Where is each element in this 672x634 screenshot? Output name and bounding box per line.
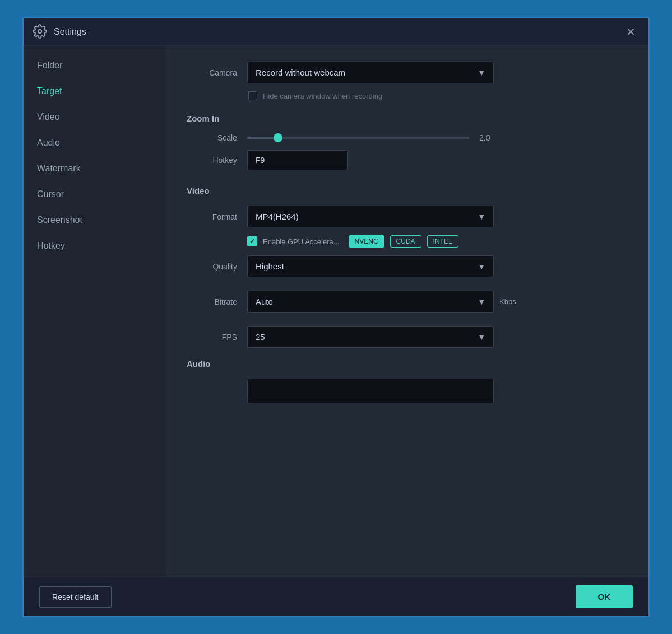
quality-dropdown-arrow: ▼ [478,262,485,271]
format-dropdown[interactable]: MP4(H264) ▼ [247,206,494,227]
camera-dropdown-arrow: ▼ [478,68,485,77]
bitrate-unit: Kbps [499,297,516,306]
audio-section: Audio [187,359,628,403]
sidebar-item-folder[interactable]: Folder [24,53,166,78]
scale-slider-container: 2.0 [247,133,499,142]
quality-row: Quality Highest ▼ [187,255,628,277]
footer: Reset default OK [24,577,648,616]
settings-icon [33,24,48,40]
content-area: Camera Record without webcam ▼ Hide came… [166,46,648,577]
camera-label: Camera [187,68,237,77]
sidebar-item-target[interactable]: Target [24,78,166,104]
camera-row: Camera Record without webcam ▼ [187,62,628,83]
hotkey-input[interactable] [247,150,348,170]
fps-row: FPS 25 ▼ [187,326,628,348]
bitrate-label: Bitrate [187,297,237,306]
scale-label: Scale [187,133,237,142]
fps-dropdown-arrow: ▼ [478,333,485,342]
camera-dropdown[interactable]: Record without webcam ▼ [247,62,494,83]
settings-window: Settings ✕ Folder Target Video Audio Wat… [22,17,650,617]
format-value: MP4(H264) [256,212,299,221]
gpu-row: ✓ Enable GPU Accelera... NVENC CUDA INTE… [247,235,628,248]
fps-dropdown[interactable]: 25 ▼ [247,326,494,348]
hide-camera-label: Hide camera window when recording [263,92,382,100]
hotkey-row: Hotkey [187,150,628,170]
quality-value: Highest [256,262,284,271]
bitrate-value: Auto [256,297,273,306]
gpu-badge-cuda[interactable]: CUDA [390,235,421,248]
scale-slider-thumb[interactable] [274,133,282,142]
bitrate-row: Bitrate Auto ▼ Kbps [187,291,628,313]
sidebar-item-video[interactable]: Video [24,104,166,130]
video-title: Video [187,186,628,195]
bitrate-dropdown[interactable]: Auto ▼ [247,291,494,313]
gpu-badge-intel[interactable]: INTEL [427,235,458,248]
scale-row: Scale 2.0 [187,133,628,142]
format-row: Format MP4(H264) ▼ [187,206,628,227]
close-button[interactable]: ✕ [622,23,639,41]
sidebar-item-watermark[interactable]: Watermark [24,156,166,181]
gpu-badge-nvenc[interactable]: NVENC [349,235,384,248]
svg-point-0 [38,29,42,33]
sidebar-item-audio[interactable]: Audio [24,130,166,156]
titlebar: Settings ✕ [24,18,648,46]
reset-default-button[interactable]: Reset default [39,586,112,608]
format-dropdown-arrow: ▼ [478,212,485,221]
sidebar: Folder Target Video Audio Watermark Curs… [24,46,166,577]
sidebar-item-hotkey[interactable]: Hotkey [24,233,166,259]
zoom-in-title: Zoom In [187,114,628,123]
bitrate-dropdown-arrow: ▼ [478,297,485,306]
fps-value: 25 [256,332,265,342]
camera-value: Record without webcam [256,68,345,77]
gpu-checkbox-check: ✓ [249,237,255,245]
main-content: Folder Target Video Audio Watermark Curs… [24,46,648,577]
hide-camera-row: Hide camera window when recording [248,91,628,100]
hotkey-label: Hotkey [187,156,237,165]
gpu-label: Enable GPU Accelera... [263,237,340,246]
gpu-checkbox[interactable]: ✓ [247,236,257,246]
quality-dropdown[interactable]: Highest ▼ [247,255,494,277]
scale-value: 2.0 [479,133,499,142]
format-label: Format [187,212,237,221]
scale-slider-track[interactable] [247,137,469,139]
fps-label: FPS [187,333,237,342]
window-title: Settings [54,27,622,37]
quality-label: Quality [187,262,237,271]
ok-button[interactable]: OK [576,585,633,608]
hide-camera-checkbox[interactable] [248,91,257,100]
audio-title: Audio [187,359,628,369]
sidebar-item-cursor[interactable]: Cursor [24,181,166,207]
sidebar-item-screenshot[interactable]: Screenshot [24,207,166,233]
